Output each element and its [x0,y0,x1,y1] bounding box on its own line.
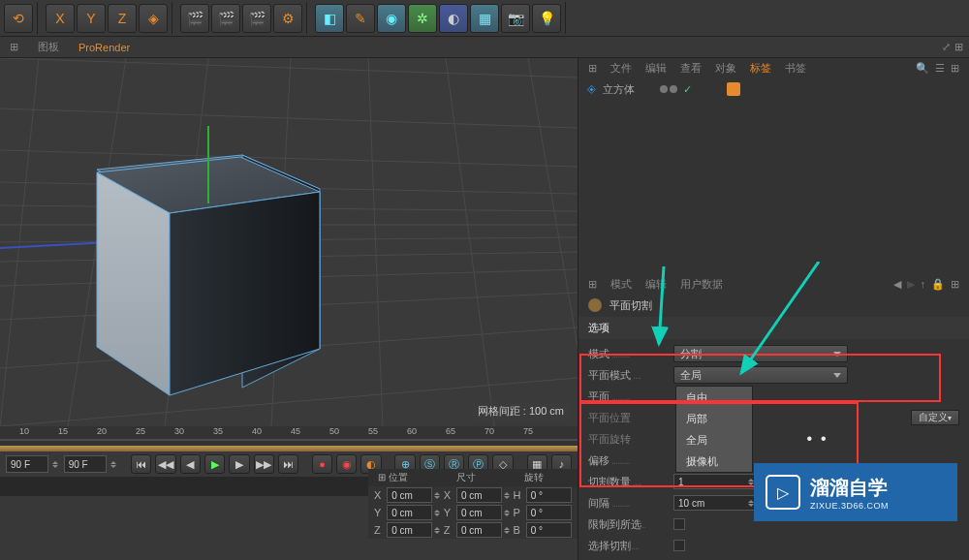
gap-input[interactable]: 10 cm [673,495,761,511]
svg-marker-30 [170,192,320,395]
object-name: 立方体 [603,82,635,97]
custom-button[interactable]: 自定义▾ [911,410,959,425]
tl-mark: 25 [136,426,145,436]
goto-end-button[interactable]: ⏭ [278,454,298,474]
axis-y-button[interactable]: Y [77,4,106,33]
attr-row-plane-pos: 平面位置 自定义▾ [578,407,969,428]
prev-key-button[interactable]: ◀◀ [155,454,175,474]
lock-icon[interactable]: 🔒 [931,278,945,291]
dd-camera[interactable]: 摄像机 [676,451,752,472]
svg-line-33 [659,266,664,344]
prev-frame-button[interactable]: ◀ [180,454,201,474]
renderer-tab[interactable]: ProRender [78,42,130,53]
record-button[interactable]: ● [312,454,332,474]
x-size-input[interactable]: 0 cm [456,487,502,503]
watermark-sub: ZIXUE.3D66.COM [810,501,889,511]
om-tab-tags[interactable]: 标签 [750,61,771,76]
om-tab-file[interactable]: 文件 [610,61,632,76]
selcut-checkbox[interactable] [673,540,685,551]
next-frame-button[interactable]: ▶ [229,454,249,474]
viewport-3d[interactable]: 网格间距 : 100 cm [0,58,578,426]
svg-line-11 [0,58,578,78]
om-tab-edit[interactable]: 编辑 [645,61,667,76]
filter-icon[interactable]: ☰ [935,62,945,75]
cuts-input[interactable]: 1 [673,474,761,489]
svg-line-10 [0,109,578,128]
layout-menu-icon[interactable]: ⊞ [954,41,963,53]
dd-free[interactable]: 自由 [676,387,752,408]
deformer-icon[interactable]: ◐ [439,4,468,33]
om-tab-bookmarks[interactable]: 书签 [785,61,806,76]
viewport-mode-tab[interactable]: 图板 [38,40,59,54]
end-frame-input[interactable] [64,455,107,473]
coord-panel: ⊞ 位置 尺寸 旋转 X 0 cm X 0 cm H 0 ° Y 0 cm Y … [368,469,578,539]
tl-mark: 15 [58,426,68,436]
svg-line-34 [741,262,819,373]
p-rot-input[interactable]: 0 ° [526,505,572,520]
viewport-grid-icon[interactable]: ⊞ [10,41,18,53]
svg-line-17 [446,58,494,426]
nurbs-icon[interactable]: ◉ [377,4,406,33]
cube-primitive-icon[interactable]: ◧ [315,4,344,33]
render-button[interactable]: 🎬 [180,4,209,33]
dd-local[interactable]: 局部 [676,408,752,429]
y-pos-input[interactable]: 0 cm [387,505,432,520]
pen-tool-icon[interactable]: ✎ [346,4,375,33]
y-size-input[interactable]: 0 cm [456,505,502,520]
panel-menu-icon[interactable]: ⊞ [951,62,959,75]
svg-line-18 [528,58,578,426]
grid-info: 网格间距 : 100 cm [472,402,570,420]
dd-global[interactable]: 全局 [676,429,752,451]
limit-checkbox[interactable] [673,518,685,530]
svg-line-9 [0,150,578,167]
timeline[interactable]: 10 15 20 25 30 35 40 45 50 55 60 65 70 7… [0,426,578,446]
b-rot-input[interactable]: 0 ° [526,522,572,538]
tl-mark: 65 [446,426,455,436]
tl-mark: 60 [407,426,417,436]
grid-icon[interactable]: ⊞ [588,62,597,75]
nav-fwd-icon[interactable]: ▶ [907,278,915,291]
om-tab-view[interactable]: 查看 [680,61,702,76]
annotation-arrows [591,262,843,388]
phong-tag-icon[interactable] [727,82,740,96]
h-rot-input[interactable]: 0 ° [526,487,572,503]
tab-bar: ⊞ 图板 ProRender ⤢ ⊞ [0,37,969,58]
tl-mark: 75 [523,426,533,436]
goto-start-button[interactable]: ⏮ [131,454,151,474]
attr-row-plane: 平面 ......... [578,386,969,407]
play-logo-icon: ▷ [766,475,800,510]
light-icon[interactable]: 💡 [532,4,561,33]
camera-icon[interactable]: 📷 [501,4,530,33]
render-queue-button[interactable]: 🎬 [242,4,271,33]
generator-icon[interactable]: ✲ [408,4,437,33]
watermark-title: 溜溜自学 [810,475,889,501]
z-size-input[interactable]: 0 cm [456,522,502,538]
expand-icon[interactable]: ⤢ [942,41,951,53]
x-pos-input[interactable]: 0 cm [387,487,432,503]
nav-up-icon[interactable]: ↑ [921,278,926,290]
z-pos-input[interactable]: 0 cm [387,522,432,538]
object-row-cube[interactable]: 🞚 立方体 ✓ [578,78,969,101]
plane-mode-dropdown[interactable]: 自由 局部 全局 摄像机 [675,386,753,473]
start-frame-input[interactable] [6,455,48,473]
panel-menu-icon[interactable]: ⊞ [951,278,959,291]
axis-z-button[interactable]: Z [108,4,137,33]
render-region-button[interactable]: 🎬 [211,4,240,33]
attr-row-selcut: 选择切割.... [578,535,969,556]
autokey-button[interactable]: ◉ [336,454,357,474]
search-icon[interactable]: 🔍 [916,62,929,75]
object-manager: ⊞ 文件 编辑 查看 对象 标签 书签 🔍 ☰ ⊞ 🞚 立方体 ✓ [578,58,969,274]
global-axis-icon[interactable]: ◈ [139,4,168,33]
undo-icon[interactable]: ⟲ [4,4,33,33]
tl-mark: 55 [368,426,378,436]
om-tab-object[interactable]: 对象 [715,61,736,76]
attr-row-plane-rot: 平面旋转 • • [578,428,969,450]
next-key-button[interactable]: ▶▶ [254,454,274,474]
tl-mark: 45 [291,426,300,436]
play-button[interactable]: ▶ [204,454,225,474]
axis-x-button[interactable]: X [46,4,75,33]
render-settings-button[interactable]: ⚙ [273,4,302,33]
environment-icon[interactable]: ▦ [470,4,499,33]
nav-back-icon[interactable]: ◀ [893,278,901,291]
top-toolbar: ⟲ X Y Z ◈ 🎬 🎬 🎬 ⚙ ◧ ✎ ◉ ✲ ◐ ▦ 📷 💡 [0,0,969,37]
